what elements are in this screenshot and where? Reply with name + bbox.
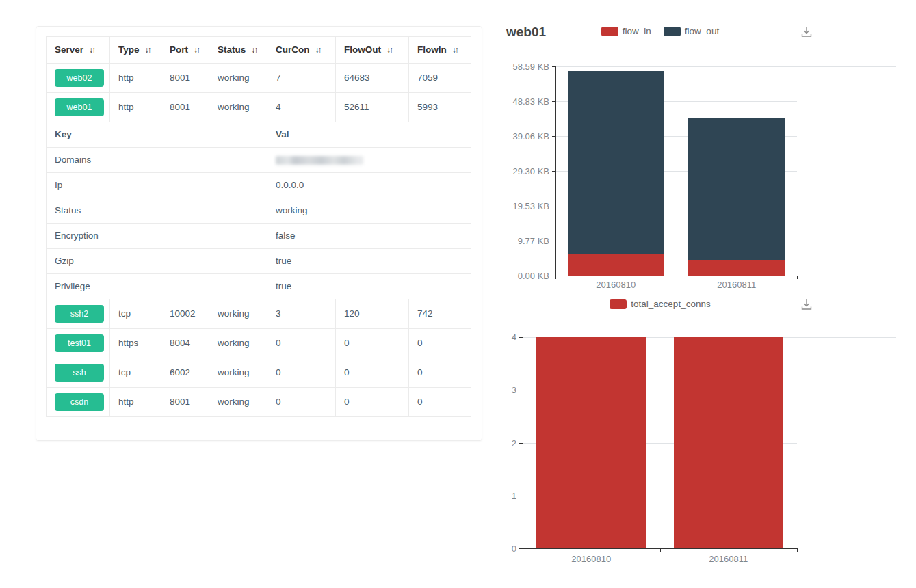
bar-segment-flow_in[interactable] (568, 254, 664, 276)
x-axis-tick (660, 548, 661, 552)
y-axis-label: 1 (503, 491, 516, 501)
cell-value: http (118, 72, 134, 83)
table-row: sshtcp6002working000 (47, 358, 471, 388)
detail-row: Ip0.0.0.0 (47, 173, 471, 198)
x-axis-label: 20160810 (555, 280, 677, 290)
cell-value: 8004 (170, 338, 190, 348)
cell-value: working (218, 367, 250, 377)
cell-value: http (118, 102, 134, 112)
detail-key: Privilege (47, 274, 267, 299)
cell-value: working (218, 308, 250, 319)
cell-value: 0 (344, 367, 350, 377)
sort-icon[interactable]: ↓↑ (315, 44, 321, 55)
x-axis-tick (523, 548, 523, 552)
charts-panel: web01 flow_inflow_out 0.00 KB9.77 KB19.5… (503, 0, 900, 588)
x-axis-label: 20160810 (523, 554, 660, 564)
table-row: test01https8004working000 (47, 329, 471, 358)
column-label: CurCon (276, 44, 310, 55)
detail-key: Status (47, 198, 267, 224)
cell-value: 52611 (344, 102, 369, 112)
server-badge[interactable]: ssh (55, 364, 104, 382)
flow-stacked-bar-chart: 0.00 KB9.77 KB19.53 KB29.30 KB39.06 KB48… (503, 58, 900, 301)
y-axis-line (523, 337, 523, 548)
cell-value: 8001 (170, 397, 190, 407)
cell-value: 0 (276, 338, 281, 348)
detail-value: false (276, 230, 296, 241)
y-axis-label: 58.59 KB (503, 62, 549, 72)
detail-val-header: Val (267, 122, 471, 148)
column-header-flowout[interactable]: FlowOut↓↑ (336, 37, 409, 64)
legend-item-flow_in[interactable]: flow_in (601, 26, 651, 36)
y-axis-label: 29.30 KB (503, 166, 549, 176)
column-header-curcon[interactable]: CurCon↓↑ (267, 37, 336, 64)
legend-item-flow_out[interactable]: flow_out (664, 26, 719, 36)
download-icon[interactable] (799, 25, 815, 41)
detail-row: Statusworking (47, 198, 471, 224)
column-label: Port (170, 44, 188, 55)
column-header-status[interactable]: Status↓↑ (209, 37, 267, 64)
column-label: Server (55, 44, 83, 55)
cell-value: 0 (417, 397, 423, 407)
table-row: csdnhttp8001working000 (47, 388, 471, 417)
chart1-legend: flow_inflow_out (503, 26, 817, 36)
y-axis-label: 3 (503, 385, 516, 395)
download-icon[interactable] (799, 297, 815, 314)
y-axis-label: 0 (503, 544, 516, 554)
cell-value: tcp (118, 367, 131, 377)
cell-value: 0 (344, 397, 350, 407)
sort-icon[interactable]: ↓↑ (387, 44, 392, 55)
bar-segment-flow_out[interactable] (568, 71, 664, 254)
cell-value: 5993 (417, 102, 438, 112)
server-badge[interactable]: csdn (55, 393, 104, 411)
sort-icon[interactable]: ↓↑ (452, 44, 458, 55)
column-label: Type (118, 44, 140, 55)
detail-key: Gzip (47, 249, 267, 274)
connections-bar-chart: 012342016081020160811 (503, 328, 900, 578)
detail-value: true (276, 281, 291, 291)
sort-icon[interactable]: ↓↑ (194, 44, 199, 55)
sort-icon[interactable]: ↓↑ (89, 44, 94, 55)
detail-row: Privilegetrue (47, 274, 471, 299)
x-axis-tick (555, 276, 556, 279)
server-badge[interactable]: test01 (55, 334, 104, 352)
y-axis-label: 9.77 KB (503, 236, 549, 246)
cell-value: 0 (417, 367, 423, 377)
sort-icon[interactable]: ↓↑ (251, 44, 257, 55)
cell-value: 0 (276, 397, 281, 407)
detail-value: 0.0.0.0 (276, 180, 304, 190)
legend-label: flow_in (623, 26, 651, 36)
cell-value: 7059 (417, 72, 438, 83)
y-axis-label: 4 (503, 332, 516, 343)
server-badge[interactable]: web02 (55, 69, 104, 87)
table-row: web02http8001working7646837059 (47, 64, 471, 93)
cell-value: working (218, 102, 250, 112)
cell-value: tcp (118, 308, 131, 319)
legend-swatch (664, 27, 681, 36)
legend-swatch (601, 27, 618, 36)
table-row: ssh2tcp10002working3120742 (47, 299, 471, 329)
cell-value: working (218, 397, 250, 407)
server-badge[interactable]: web01 (55, 98, 104, 116)
column-label: FlowOut (344, 44, 381, 55)
cell-value: 3 (276, 308, 281, 319)
bar-segment-total_accept_conns[interactable] (674, 337, 783, 548)
bar-segment-total_accept_conns[interactable] (536, 337, 646, 548)
cell-value: working (218, 72, 250, 83)
x-axis-label: 20160811 (660, 554, 798, 564)
legend-item-total_accept_conns[interactable]: total_accept_conns (610, 299, 710, 309)
column-header-type[interactable]: Type↓↑ (110, 37, 161, 64)
detail-header-row: KeyVal (47, 122, 471, 148)
sort-icon[interactable]: ↓↑ (145, 44, 151, 55)
column-header-port[interactable]: Port↓↑ (161, 37, 209, 64)
cell-value: 64683 (344, 72, 370, 83)
y-axis-label: 48.83 KB (503, 96, 549, 107)
column-header-server[interactable]: Server↓↑ (47, 37, 110, 64)
detail-row: Gziptrue (47, 249, 471, 274)
server-badge[interactable]: ssh2 (55, 305, 104, 323)
bar-segment-flow_out[interactable] (688, 118, 785, 260)
y-axis-label: 39.06 KB (503, 131, 549, 142)
detail-key: Domains (47, 148, 267, 173)
column-header-flowin[interactable]: FlowIn↓↑ (409, 37, 471, 64)
bar-segment-flow_in[interactable] (688, 260, 785, 276)
cell-value: https (118, 338, 138, 348)
